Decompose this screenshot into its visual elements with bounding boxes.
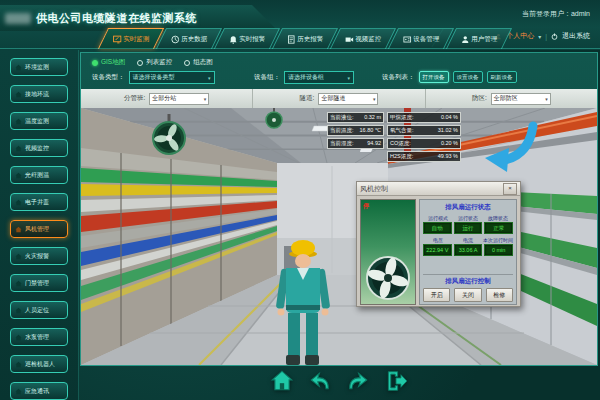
- run-state-value: 运行: [454, 222, 483, 234]
- chevron-down-icon: ▾: [538, 33, 541, 40]
- device-type-label: 设备类型：: [92, 73, 125, 82]
- header-bottom-line: [0, 48, 600, 49]
- fan-control-section: 排风扇运行控制 开启 关闭 检修: [423, 274, 513, 302]
- station-select[interactable]: 全部分站▾: [149, 93, 209, 105]
- reading-row: 当前湿度:94.92: [327, 138, 384, 149]
- house-icon: [15, 145, 22, 152]
- fan-control-dialog: 风机控制 × 停 排风扇运行状态: [356, 181, 521, 307]
- fan-stop-button[interactable]: 关闭: [454, 288, 481, 302]
- house-icon: [15, 172, 22, 179]
- reading-row: H2S浓度:49.93 %: [387, 151, 461, 162]
- login-user-label: 当前登录用户：admin: [522, 9, 590, 19]
- document-icon: [286, 35, 295, 44]
- radio-dot: [184, 60, 190, 66]
- tab-video-monitor[interactable]: 视频监控: [330, 28, 396, 49]
- view-mode-radios: GIS地图 列表监控 组态图: [92, 58, 213, 67]
- radio-list-monitor[interactable]: 列表监控: [137, 58, 172, 67]
- fan-start-button[interactable]: 开启: [423, 288, 450, 302]
- filter-bar: 分管班:全部分站▾ 隧道:全部隧道▾ 防区:全部防区▾: [81, 89, 597, 108]
- device-type-select[interactable]: 请选择设备类型▾: [129, 71, 215, 84]
- device-refresh-button[interactable]: 刷新设备: [487, 71, 517, 83]
- status-labels: 运行模式运行状态故障状态: [423, 215, 513, 221]
- runtime-value: 0 min: [484, 244, 513, 256]
- home-icon[interactable]: [270, 369, 294, 393]
- current-value: 33.06 A: [454, 244, 483, 256]
- power-icon: [551, 33, 558, 40]
- header-bar: 供电公司电缆隧道在线监测系统 当前登录用户：admin 个人中心 ▾ | 退出系…: [0, 0, 600, 50]
- reading-row: CO浓度:0.20 %: [387, 138, 461, 149]
- reading-row: 当前液位:0.32 m: [327, 112, 384, 123]
- control-header: 排风扇运行控制: [423, 277, 513, 286]
- device-config-button[interactable]: 设置设备: [453, 71, 483, 83]
- close-icon[interactable]: ×: [503, 183, 517, 195]
- sidebar-item-inspection-robot[interactable]: 巡检机器人: [10, 355, 68, 373]
- house-icon: [15, 280, 22, 287]
- house-icon: [15, 91, 22, 98]
- tab-user-manage[interactable]: 用户管理: [446, 28, 512, 49]
- device-group-group: 设备组： 请选择设备组▾: [254, 71, 354, 84]
- chevron-down-icon: ▾: [208, 75, 211, 81]
- sidebar-item-temp-monitor[interactable]: 温度监测: [10, 112, 68, 130]
- sidebar-item-ground-current[interactable]: 接地环流: [10, 85, 68, 103]
- alarm-bell-icon: [228, 35, 237, 44]
- exit-icon[interactable]: [384, 369, 408, 393]
- sidebar-item-fire-alarm[interactable]: 火灾报警: [10, 247, 68, 265]
- dialog-titlebar[interactable]: 风机控制 ×: [357, 182, 520, 196]
- device-list-label: 设备列表：: [382, 73, 415, 82]
- clock-icon: [170, 35, 179, 44]
- device-icon: [402, 35, 411, 44]
- sidebar-item-personnel-location[interactable]: 人员定位: [10, 301, 68, 319]
- tab-history-alarm[interactable]: 历史报警: [272, 28, 338, 49]
- bottom-navigation: [80, 369, 598, 393]
- sidebar-item-emergency-comms[interactable]: 应急通讯: [10, 382, 68, 400]
- divider: |: [545, 33, 547, 40]
- radio-gis-map[interactable]: GIS地图: [92, 58, 125, 67]
- camera-icon: [344, 35, 353, 44]
- chevron-down-icon: ▾: [204, 96, 207, 102]
- tab-realtime-alarm[interactable]: 实时报警: [214, 28, 280, 49]
- sidebar-item-video-monitor[interactable]: 视频监控: [10, 139, 68, 157]
- house-icon: [15, 388, 22, 395]
- radio-dot: [137, 60, 143, 66]
- forward-arrow-icon[interactable]: [346, 369, 370, 393]
- sidebar-item-access-control[interactable]: 门禁管理: [10, 274, 68, 292]
- redacted-company-name: [5, 13, 31, 24]
- fan-service-button[interactable]: 检修: [486, 288, 513, 302]
- page-title: 供电公司电缆隧道在线监测系统: [36, 11, 197, 26]
- device-group-select[interactable]: 请选择设备组▾: [284, 71, 354, 84]
- filter-station: 分管班:全部分站▾: [81, 89, 253, 108]
- sidebar-item-fan-manage[interactable]: 风机管理: [10, 220, 68, 238]
- reading-row: 氧气含量:31.02 %: [387, 125, 461, 136]
- radio-dot: [92, 60, 98, 66]
- tab-device-manage[interactable]: 设备管理: [388, 28, 454, 49]
- dialog-title: 风机控制: [360, 184, 388, 194]
- house-icon: [15, 361, 22, 368]
- device-open-button[interactable]: 打开设备: [419, 71, 449, 83]
- sidebar-item-manhole-cover[interactable]: 电子井盖: [10, 193, 68, 211]
- sidebar-item-fiber-temp[interactable]: 光纤测温: [10, 166, 68, 184]
- sidebar-item-pump-manage[interactable]: 水泵管理: [10, 328, 68, 346]
- sidebar-item-env-monitor[interactable]: 环境监测: [10, 58, 68, 76]
- profile-link[interactable]: 个人中心: [506, 31, 534, 41]
- fault-state-value: 正常: [484, 222, 513, 234]
- tunnel-select[interactable]: 全部隧道▾: [318, 93, 378, 105]
- app-window: 供电公司电缆隧道在线监测系统 当前登录用户：admin 个人中心 ▾ | 退出系…: [0, 0, 600, 400]
- chevron-down-icon: ▾: [373, 96, 376, 102]
- filter-zone: 防区:全部防区▾: [426, 89, 597, 108]
- device-group-label: 设备组：: [254, 73, 280, 82]
- tab-history-data[interactable]: 历史数据: [156, 28, 222, 49]
- house-icon: [15, 226, 22, 233]
- radio-scada-view[interactable]: 组态图: [184, 58, 213, 67]
- fan-image: 停: [360, 199, 416, 305]
- house-icon: [15, 253, 22, 260]
- device-list-group: 设备列表： 打开设备 设置设备 刷新设备: [382, 71, 517, 83]
- back-arrow-icon[interactable]: [308, 369, 332, 393]
- logout-link[interactable]: 退出系统: [562, 31, 590, 41]
- tab-realtime-monitor[interactable]: 实时监测: [98, 28, 164, 49]
- house-icon: [15, 307, 22, 314]
- person-icon: [460, 35, 469, 44]
- run-mode-value: 自动: [423, 222, 452, 234]
- zone-select[interactable]: 全部防区▾: [491, 93, 551, 105]
- fan-status-label: 停: [363, 202, 369, 211]
- house-icon: [15, 64, 22, 71]
